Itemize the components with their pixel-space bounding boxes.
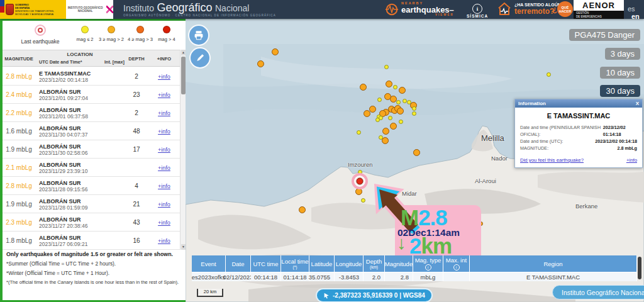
row-location: ALBORÁN SUR2023/11/29 23:39:10	[35, 159, 109, 177]
row-location: ALBORÁN SUR2023/11/27 20:38:46	[35, 213, 109, 232]
row-int-max	[109, 159, 125, 177]
lang-en-link[interactable]: en	[631, 13, 640, 20]
row-depth: 4	[125, 177, 148, 195]
spain-crest-icon	[6, 4, 14, 15]
row-magnitude: 1.9 mbLg	[3, 140, 35, 159]
range-3-days-button[interactable]: 3 days	[605, 48, 640, 60]
cursor-icon	[323, 293, 330, 299]
row-magnitude: 1.8 mbLg	[3, 232, 35, 250]
coordinates-readout: -2,387323 35,916339 0 | WGS84	[316, 288, 433, 302]
seismograph-icon	[385, 3, 399, 16]
ign-footer-button[interactable]: Instituto Geográfico Nacional	[552, 285, 644, 299]
table-row[interactable]: 2.8 mbLgE TAMASSINT.MAC2023/12/02 00:14:…	[3, 67, 180, 86]
last-earthquake-marker[interactable]	[352, 173, 368, 189]
print-button[interactable]	[188, 25, 209, 46]
map-scale-bar: 20 km	[197, 289, 223, 297]
event-table-scrollbar[interactable]	[638, 257, 641, 279]
top-header-bar: GOBIERNO DE ESPAÑA MINISTERIO DE TRANSPO…	[0, 0, 644, 19]
brand-word-2: Geográfico	[157, 1, 212, 14]
table-row[interactable]: 2.2 mbLgALBORÁN SUR2023/12/01 06:37:582+…	[3, 104, 180, 122]
row-datetime: 2023/11/30 04:07:37	[39, 131, 87, 138]
row-datetime: 2023/11/28 01:59:09	[39, 204, 87, 211]
ign-brand-title[interactable]: Instituto Geográfico Nacional ORGANISMO …	[123, 1, 276, 17]
legend-item-label: 3 ≥ mag > 2	[97, 36, 126, 42]
row-info-link[interactable]: +info	[158, 220, 170, 226]
table-row[interactable]: 1.9 mbLgALBORÁN SUR2023/11/28 01:59:0921…	[3, 195, 180, 213]
felt-earthquake-link[interactable]: ¿HA SENTIDO ALGÚN terremoto?	[497, 1, 561, 16]
brand-word-1: Instituto	[123, 3, 154, 13]
information-popup: Information X E TAMASSINT.MAC Date and t…	[514, 99, 643, 168]
scroll-down-icon[interactable]: ▼	[181, 244, 186, 250]
event-col-max-int: Max. inti	[443, 255, 470, 272]
row-info-cell: +info	[148, 86, 180, 104]
row-depth: 2	[125, 67, 148, 86]
legend-item-label: mag > 4	[155, 36, 179, 42]
legend-item-2: 4 ≥ mag > 3	[126, 26, 155, 42]
row-int-max	[109, 232, 125, 250]
pencil-icon	[194, 52, 206, 64]
row-info-link[interactable]: +info	[158, 183, 170, 189]
popup-event-name: E TAMASSINT.MAC	[520, 112, 637, 120]
table-row[interactable]: 1.9 mbLgALBORÁN SUR2023/11/30 02:58:0617…	[3, 140, 180, 159]
row-info-link[interactable]: +info	[158, 201, 170, 208]
row-info-link[interactable]: +info	[158, 92, 170, 98]
pga475-danger-button[interactable]: PGA475 Danger	[569, 29, 640, 41]
quake-table-scrollbar[interactable]: ▲ ▼	[180, 50, 186, 250]
lang-es-link[interactable]: es	[628, 5, 635, 13]
table-row[interactable]: 2.4 mbLgALBORÁN SUR2023/12/01 09:27:0423…	[3, 86, 180, 104]
row-info-link[interactable]: +info	[158, 238, 170, 244]
scroll-thumb[interactable]	[181, 57, 186, 94]
row-info-link[interactable]: +info	[158, 74, 170, 80]
popup-info-link[interactable]: +info	[626, 157, 637, 163]
row-info-link[interactable]: +info	[158, 128, 170, 135]
legend-dot-icon	[163, 26, 170, 33]
draw-button[interactable]	[189, 47, 211, 69]
row-location: ALBORÁN SUR2023/12/01 06:37:58	[35, 104, 109, 122]
row-place: ALBORÁN SUR	[39, 89, 81, 95]
flag-strip-icon	[0, 0, 4, 19]
government-logo[interactable]: GOBIERNO DE ESPAÑA MINISTERIO DE TRANSPO…	[0, 0, 113, 19]
row-magnitude: 1.9 mbLg	[3, 195, 35, 213]
row-location: ALBORÁN SUR2023/11/30 04:07:37	[35, 122, 109, 140]
scroll-up-icon[interactable]: ▲	[181, 50, 186, 55]
page: GOBIERNO DE ESPAÑA MINISTERIO DE TRANSPO…	[0, 0, 644, 302]
annotation-depth: 2km	[409, 233, 452, 259]
row-info-link[interactable]: +info	[158, 110, 170, 116]
popup-row: Date and time (UTC):2023/12/02 00:14:18	[520, 138, 637, 145]
aenor-logo[interactable]: AENOR GESTIÓN DE EMERGENCIAS	[574, 0, 624, 19]
row-int-max	[109, 177, 125, 195]
event-col-utc-time: UTC time	[251, 255, 281, 272]
table-row[interactable]: 1.6 mbLgALBORÁN SUR2023/11/30 04:07:3748…	[3, 122, 180, 140]
last-earthquake-legend-icon	[35, 25, 46, 36]
did-you-feel-link[interactable]: Did you feel this earthquake?	[520, 157, 584, 163]
event-col-region: Region	[470, 255, 637, 272]
table-row[interactable]: 2.1 mbLgALBORÁN SUR2023/11/29 23:39:10+i…	[3, 159, 180, 177]
row-int-max	[109, 140, 125, 159]
info-icon[interactable]: i	[425, 264, 431, 271]
popup-close-icon[interactable]: X	[636, 101, 639, 106]
sismica-info-button[interactable]: i SÍSMICA	[467, 2, 488, 18]
info-icon[interactable]: i	[453, 264, 460, 271]
range-30-days-button[interactable]: 30 days	[600, 85, 640, 97]
row-info-link[interactable]: +info	[158, 165, 170, 171]
table-row[interactable]: 2.8 mbLgALBORÁN SUR2023/11/28 09:15:564+…	[3, 177, 180, 195]
row-place: ALBORÁN SUR	[39, 125, 81, 131]
annotation-magnitude: M2.8	[401, 205, 447, 230]
event-value-5: -3.8453	[335, 272, 364, 281]
info-circle-icon: i	[472, 4, 482, 14]
range-10-days-button[interactable]: 10 days	[600, 67, 640, 79]
quake-table-header: MAGNITUDE LOCATION UTC Date and Time* In…	[3, 50, 180, 67]
legend-last-earthquake: Last earthquake	[11, 25, 69, 45]
row-magnitude: 2.8 mbLg	[3, 177, 35, 195]
legend-item-0: mag ≤ 2	[73, 26, 97, 42]
ministry-text: GOBIERNO DE ESPAÑA MINISTERIO DE TRANSPO…	[15, 3, 65, 16]
map-canvas[interactable]: MelillaNadorAl-ArouiSaidaBerkaneImzouren…	[186, 19, 644, 302]
nearby-earthquakes-logo[interactable]: NEARBY earthquakes– VIEWER	[385, 2, 454, 16]
row-info-cell: +info	[148, 232, 180, 250]
panel-footnotes: Only earthquakes of magnitude 1.5 or gre…	[6, 251, 182, 285]
cnig-logo-icon	[106, 6, 113, 13]
nearby-main-label: earthquakes–	[401, 6, 454, 14]
table-row[interactable]: 1.8 mbLgALBORÁN SUR2023/11/27 06:09:2116…	[3, 232, 180, 250]
row-info-link[interactable]: +info	[158, 147, 170, 153]
table-row[interactable]: 2.3 mbLgALBORÁN SUR2023/11/27 20:38:4643…	[3, 213, 180, 232]
